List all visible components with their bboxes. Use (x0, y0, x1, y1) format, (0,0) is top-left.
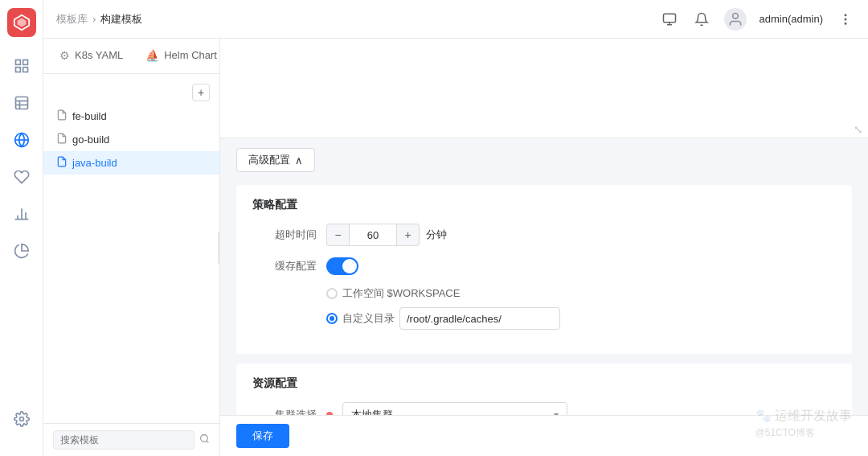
tab-k8s-label: K8s YAML (75, 49, 123, 61)
sidebar-icon-pie[interactable] (6, 235, 38, 267)
file-item-java-build[interactable]: java-build (43, 151, 219, 175)
svg-rect-17 (663, 14, 675, 23)
file-icon-go (56, 133, 68, 146)
code-editor: ⤡ (220, 39, 868, 138)
k8s-tab-icon: ⚙ (59, 49, 70, 62)
sidebar-icon-chart[interactable] (6, 50, 38, 82)
svg-rect-5 (15, 68, 20, 72)
svg-rect-2 (15, 60, 20, 65)
cluster-label: 集群选择 (252, 408, 317, 415)
resource-config-section: 资源配置 集群选择 本地集群 ▾ (236, 364, 852, 415)
custom-dir-input[interactable] (399, 307, 560, 330)
monitor-icon[interactable] (660, 10, 679, 29)
svg-rect-4 (23, 68, 27, 72)
custom-dir-radio-circle[interactable] (326, 313, 338, 324)
cluster-chevron-icon: ▾ (554, 409, 559, 415)
cache-options-value: 工作空间 $WORKSPACE 自定义目录 (326, 286, 836, 330)
custom-dir-radio-item[interactable]: 自定义目录 (326, 307, 560, 330)
content-area: ⚙ K8s YAML ⛵ Helm Chart 🐳 Dockerfile ⚡ 构… (43, 39, 868, 456)
timeout-number-input: − + (326, 224, 420, 246)
advanced-toggle-label: 高级配置 (248, 153, 290, 167)
advanced-config-section: 高级配置 ∧ 策略配置 超时时间 − (220, 138, 868, 415)
search-icon (199, 433, 210, 446)
file-label-java-build: java-build (72, 157, 117, 169)
main-tabs: ⚙ K8s YAML ⛵ Helm Chart 🐳 Dockerfile ⚡ 构… (43, 39, 219, 74)
file-tree: + fe-build go-build (43, 74, 219, 423)
breadcrumb-current: 构建模板 (100, 12, 142, 27)
topbar-right: admin(admin) (660, 8, 855, 31)
save-button[interactable]: 保存 (236, 424, 289, 448)
sidebar-icon-plugin[interactable] (6, 161, 38, 193)
editor-panel: ⤡ 高级配置 ∧ 策略配置 超时时间 (220, 39, 868, 456)
user-name[interactable]: admin(admin) (760, 13, 823, 25)
tab-helm[interactable]: ⛵ Helm Chart (136, 39, 220, 74)
cache-radio-group: 工作空间 $WORKSPACE 自定义目录 (326, 286, 560, 330)
resize-handle[interactable]: ⤡ (854, 123, 863, 136)
code-textarea[interactable] (220, 39, 868, 135)
svg-point-23 (845, 23, 846, 24)
tab-helm-label: Helm Chart (164, 49, 217, 61)
svg-rect-6 (15, 97, 27, 109)
svg-point-24 (201, 435, 208, 442)
timeout-label: 超时时间 (252, 228, 317, 242)
timeout-minus-button[interactable]: − (326, 224, 349, 246)
workspace-radio-circle[interactable] (326, 288, 338, 299)
cluster-value: 本地集群 ▾ (326, 402, 836, 415)
workspace-radio-label: 工作空间 $WORKSPACE (342, 286, 460, 301)
file-label-fe-build: fe-build (72, 110, 107, 122)
resource-section-title: 资源配置 (252, 376, 836, 391)
svg-marker-1 (17, 18, 26, 27)
timeout-value: − + 分钟 (326, 224, 836, 246)
cache-value (326, 257, 836, 275)
custom-dir-radio-label: 自定义目录 (342, 311, 395, 326)
timeout-unit: 分钟 (426, 228, 447, 242)
cluster-select-value: 本地集群 (351, 408, 393, 415)
file-search-bar (43, 423, 219, 456)
file-panel: ⚙ K8s YAML ⛵ Helm Chart 🐳 Dockerfile ⚡ 构… (43, 39, 220, 456)
svg-rect-3 (23, 60, 27, 65)
file-icon-java (56, 156, 68, 170)
helm-tab-icon: ⛵ (145, 49, 159, 62)
workspace-radio-item[interactable]: 工作空间 $WORKSPACE (326, 286, 560, 301)
svg-point-21 (845, 14, 846, 16)
strategy-section-title: 策略配置 (252, 198, 836, 212)
sidebar (0, 0, 43, 456)
file-tree-header: + (43, 80, 219, 105)
sidebar-icon-template[interactable] (6, 124, 38, 156)
svg-line-25 (207, 441, 208, 442)
advanced-toggle-button[interactable]: 高级配置 ∧ (236, 148, 315, 172)
svg-point-20 (732, 13, 738, 18)
svg-point-16 (19, 417, 23, 421)
add-file-button[interactable]: + (192, 84, 210, 101)
breadcrumb-separator: › (92, 13, 96, 25)
tab-k8s[interactable]: ⚙ K8s YAML (50, 39, 133, 74)
file-item-fe-build[interactable]: fe-build (43, 105, 219, 128)
cluster-select[interactable]: 本地集群 ▾ (342, 402, 567, 415)
main-area: 模板库 › 构建模板 admin(admin) (43, 0, 868, 456)
avatar (724, 8, 747, 31)
collapse-panel-button[interactable]: ‹ (218, 232, 220, 264)
sidebar-icon-list[interactable] (6, 87, 38, 119)
breadcrumb-parent[interactable]: 模板库 (56, 12, 88, 27)
breadcrumb: 模板库 › 构建模板 (56, 12, 142, 27)
search-input[interactable] (53, 430, 194, 450)
app-logo[interactable] (7, 8, 36, 37)
file-item-go-build[interactable]: go-build (43, 128, 219, 151)
timeout-plus-button[interactable]: + (397, 224, 420, 246)
strategy-config-section: 策略配置 超时时间 − + 分钟 (236, 185, 852, 354)
cache-label: 缓存配置 (252, 259, 317, 273)
timeout-input[interactable] (349, 224, 397, 246)
cache-row: 缓存配置 (252, 257, 836, 275)
more-icon[interactable] (836, 10, 855, 29)
timeout-row: 超时时间 − + 分钟 (252, 224, 836, 246)
cluster-row: 集群选择 本地集群 ▾ (252, 402, 836, 415)
cache-toggle[interactable] (326, 257, 358, 275)
bell-icon[interactable] (692, 10, 711, 29)
cache-options-row: 工作空间 $WORKSPACE 自定义目录 (252, 286, 836, 330)
topbar: 模板库 › 构建模板 admin(admin) (43, 0, 868, 39)
sidebar-icon-bar-chart[interactable] (6, 198, 38, 230)
sidebar-icon-settings[interactable] (6, 403, 38, 435)
editor-content: ⤡ 高级配置 ∧ 策略配置 超时时间 (220, 39, 868, 415)
file-label-go-build: go-build (72, 134, 109, 146)
svg-point-22 (845, 18, 846, 20)
